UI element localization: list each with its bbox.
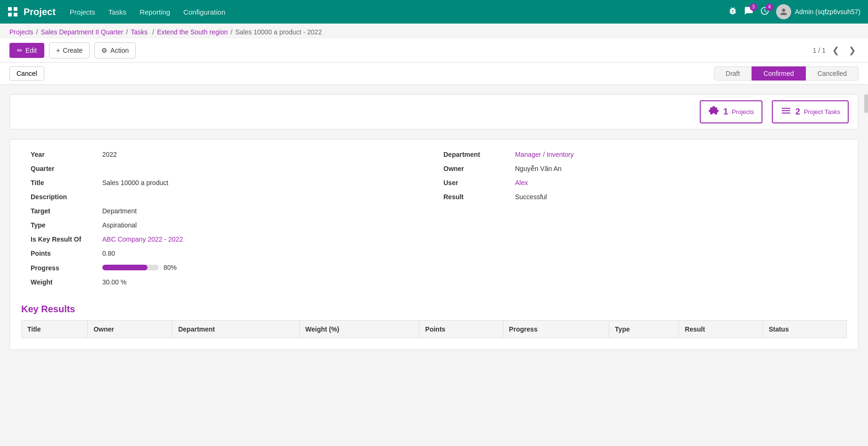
bc-sales-dept[interactable]: Sales Department II Quarter — [41, 28, 123, 36]
col-title: Title — [22, 321, 88, 338]
owner-label: Owner — [443, 165, 509, 172]
key-result-of-value[interactable]: ABC Company 2022 - 2022 — [102, 235, 183, 243]
form-row-key-result-of: Is Key Result Of ABC Company 2022 - 2022 — [31, 235, 425, 243]
col-status: Status — [763, 321, 847, 338]
puzzle-icon — [708, 105, 720, 119]
clock-badge: 4 — [766, 3, 773, 11]
form-section: Year 2022 Quarter Title Sales 10000 a pr… — [9, 139, 859, 350]
type-label: Type — [31, 221, 97, 229]
toolbar: ✏ Edit + Create ⚙ Action 1 / 1 ❮ ❯ — [0, 39, 868, 63]
pagination-text: 1 / 1 — [813, 47, 826, 54]
scrollbar[interactable] — [864, 94, 868, 113]
status-cancelled[interactable]: Cancelled — [806, 66, 859, 81]
form-row-department: Department Manager / Inventory — [443, 151, 837, 158]
main-content: 1 Projects 2 Project Tasks Year 2022 Q — [0, 85, 868, 359]
key-results-title: Key Results — [21, 304, 847, 315]
quarter-label: Quarter — [31, 165, 97, 172]
points-value: 0.80 — [102, 250, 115, 257]
form-row-year: Year 2022 — [31, 151, 425, 158]
status-bar: Cancel Draft Confirmed Cancelled — [0, 63, 868, 85]
form-row-owner: Owner Nguyễn Văn An — [443, 165, 837, 172]
edit-label: Edit — [25, 47, 37, 54]
result-value: Successful — [515, 193, 547, 201]
form-row-points: Points 0.80 — [31, 250, 425, 257]
progress-text: 80% — [164, 264, 177, 271]
edit-button[interactable]: ✏ Edit — [9, 43, 44, 58]
bc-tasks[interactable]: Tasks — [131, 28, 147, 36]
form-row-description: Description — [31, 193, 425, 201]
status-draft[interactable]: Draft — [714, 66, 752, 81]
col-owner: Owner — [88, 321, 172, 338]
breadcrumb: Projects / Sales Department II Quarter /… — [0, 24, 868, 39]
bc-current-page: Sales 10000 a product - 2022 — [235, 28, 322, 36]
prev-button[interactable]: ❮ — [829, 44, 842, 57]
bc-projects[interactable]: Projects — [9, 28, 33, 36]
apps-icon[interactable] — [8, 7, 18, 17]
form-left-col: Year 2022 Quarter Title Sales 10000 a pr… — [21, 151, 434, 292]
key-results-table: Title Owner Department Weight (%) Points… — [21, 320, 847, 338]
target-value: Department — [102, 207, 137, 215]
progress-bar-bg — [102, 265, 159, 270]
chat-icon[interactable]: 3 — [744, 6, 753, 18]
list-icon — [780, 105, 792, 119]
type-value: Aspirational — [102, 221, 137, 229]
form-right-col: Department Manager / Inventory Owner Ngu… — [434, 151, 847, 292]
col-progress: Progress — [503, 321, 609, 338]
form-row-quarter: Quarter — [31, 165, 425, 172]
projects-stat-button[interactable]: 1 Projects — [700, 100, 762, 123]
department-label: Department — [443, 151, 509, 158]
create-label: Create — [63, 47, 82, 54]
project-tasks-stat-button[interactable]: 2 Project Tasks — [772, 100, 849, 123]
form-row-weight: Weight 30.00 % — [31, 278, 425, 286]
nav-tasks[interactable]: Tasks — [108, 8, 126, 16]
description-label: Description — [31, 193, 97, 201]
edit-icon: ✏ — [17, 47, 23, 54]
form-row-type: Type Aspirational — [31, 221, 425, 229]
top-nav: Project Projects Tasks Reporting Configu… — [0, 0, 868, 24]
projects-label: Projects — [732, 108, 754, 115]
table-header: Title Owner Department Weight (%) Points… — [22, 321, 847, 338]
title-value: Sales 10000 a product — [102, 179, 168, 187]
department-value[interactable]: Manager / Inventory — [515, 151, 574, 158]
key-result-of-label: Is Key Result Of — [31, 235, 97, 243]
points-label: Points — [31, 250, 97, 257]
col-type: Type — [609, 321, 679, 338]
year-label: Year — [31, 151, 97, 158]
bug-icon[interactable] — [728, 6, 737, 18]
stats-row: 1 Projects 2 Project Tasks — [9, 94, 859, 130]
key-results-table-container: Title Owner Department Weight (%) Points… — [21, 320, 847, 338]
col-department: Department — [172, 321, 300, 338]
status-confirmed[interactable]: Confirmed — [752, 66, 806, 81]
project-tasks-label: Project Tasks — [804, 108, 840, 115]
action-button[interactable]: ⚙ Action — [94, 42, 136, 58]
next-button[interactable]: ❯ — [846, 44, 859, 57]
form-row-target: Target Department — [31, 207, 425, 215]
projects-count: 1 — [723, 107, 728, 117]
owner-value: Nguyễn Văn An — [515, 165, 562, 172]
col-result: Result — [679, 321, 763, 338]
bc-extend-south[interactable]: Extend the South region — [157, 28, 228, 36]
svg-rect-3 — [14, 13, 17, 16]
user-name: Admin (sqfzp6vsuh57) — [795, 8, 860, 16]
nav-reporting[interactable]: Reporting — [139, 8, 170, 16]
user-value[interactable]: Alex — [515, 179, 528, 187]
avatar — [776, 4, 791, 19]
form-grid: Year 2022 Quarter Title Sales 10000 a pr… — [21, 151, 847, 292]
col-points: Points — [419, 321, 503, 338]
user-menu[interactable]: Admin (sqfzp6vsuh57) — [776, 4, 860, 19]
progress-label: Progress — [31, 264, 97, 272]
progress-bar-fill — [102, 265, 147, 270]
weight-label: Weight — [31, 278, 97, 286]
right-icons: 3 4 Admin (sqfzp6vsuh57) — [728, 4, 860, 19]
nav-configuration[interactable]: Configuration — [183, 8, 225, 16]
title-label: Title — [31, 179, 97, 187]
year-value: 2022 — [102, 151, 117, 158]
create-button[interactable]: + Create — [49, 42, 90, 58]
svg-rect-1 — [14, 7, 17, 11]
nav-projects[interactable]: Projects — [70, 8, 95, 16]
clock-icon[interactable]: 4 — [760, 6, 770, 18]
pagination-controls: 1 / 1 ❮ ❯ — [813, 44, 859, 57]
user-label: User — [443, 179, 509, 187]
project-tasks-count: 2 — [795, 107, 800, 117]
cancel-button[interactable]: Cancel — [9, 66, 44, 81]
